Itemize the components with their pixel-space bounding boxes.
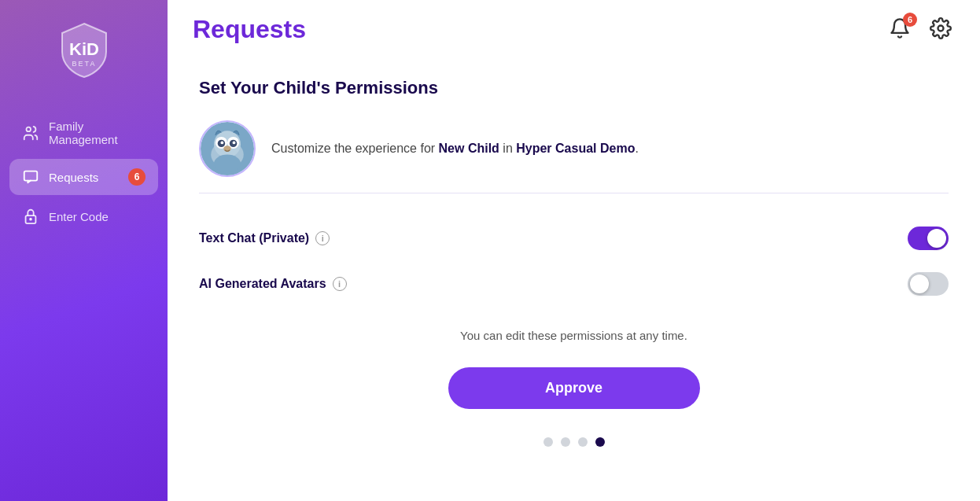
child-name: New Child [439,142,499,155]
sidebar-nav: Family Management Requests 6 Enter Code [0,110,168,234]
text-chat-toggle[interactable] [908,227,949,250]
svg-point-2 [27,127,31,132]
svg-point-15 [233,142,236,145]
permission-text-chat: Text Chat (Private) i [199,216,949,261]
text-chat-info-icon[interactable]: i [315,231,330,245]
lock-icon [22,208,39,225]
ai-avatars-thumb [910,274,929,293]
gear-icon [930,17,952,39]
settings-button[interactable] [927,14,955,45]
text-chat-label: Text Chat (Private) i [199,231,330,245]
svg-text:KiD: KiD [69,39,99,59]
child-info-row: Customize the experience for New Child i… [199,120,949,193]
pagination-dots [199,437,949,447]
svg-point-14 [221,142,224,145]
sidebar: KiD BETA Family Management Requests 6 [0,0,168,501]
svg-text:BETA: BETA [72,60,96,68]
page-content: Set Your Child's Permissions [168,53,980,501]
svg-point-6 [938,26,944,31]
sidebar-item-family-management[interactable]: Family Management [9,110,158,156]
kid-logo: KiD BETA [53,19,116,82]
dot-4 [595,437,605,447]
dot-1 [543,437,553,447]
svg-point-17 [214,155,241,173]
notifications-button[interactable]: 6 [886,14,914,45]
permission-ai-avatars: AI Generated Avatars i [199,261,949,307]
svg-rect-3 [24,171,38,181]
child-avatar [199,120,256,177]
svg-point-5 [30,219,31,220]
ai-avatars-label: AI Generated Avatars i [199,277,347,291]
game-name: Hyper Casual Demo [516,142,635,155]
approve-button[interactable]: Approve [448,367,700,409]
sidebar-item-label: Family Management [49,120,146,146]
dot-2 [561,437,570,447]
notification-count: 6 [903,13,917,27]
page-header: Requests 6 [168,0,980,53]
section-title: Set Your Child's Permissions [199,78,949,98]
users-icon [22,124,39,142]
chat-icon [22,168,39,186]
page-title: Requests [193,15,306,44]
requests-badge: 6 [128,168,146,186]
logo-area: KiD BETA [53,19,116,85]
dot-3 [578,437,588,447]
main-content: Requests 6 Set Your Child's Permissions [168,0,980,501]
sidebar-item-requests[interactable]: Requests 6 [9,159,158,195]
text-chat-thumb [927,229,946,248]
child-avatar-image [201,122,254,175]
edit-note: You can edit these permissions at any ti… [199,329,949,342]
sidebar-item-label: Enter Code [49,210,109,223]
header-actions: 6 [886,14,955,45]
ai-avatars-info-icon[interactable]: i [333,277,347,291]
sidebar-item-enter-code[interactable]: Enter Code [9,198,158,234]
child-description: Customize the experience for New Child i… [271,139,639,158]
ai-avatars-toggle[interactable] [908,272,949,296]
sidebar-item-label: Requests [49,171,98,184]
